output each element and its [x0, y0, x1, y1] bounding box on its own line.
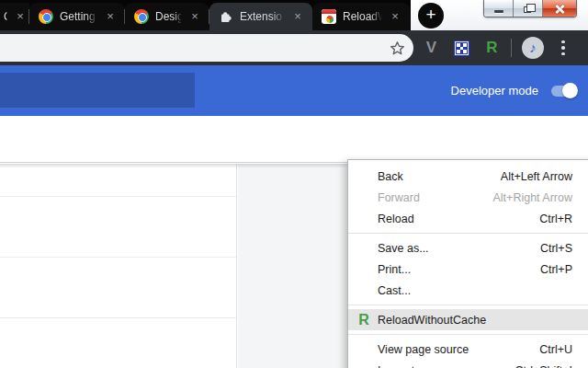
tab-label: Design [155, 10, 182, 23]
toolbar-divider [511, 39, 512, 57]
tab-label: Extensio [240, 10, 285, 23]
developer-mode-control: Developer mode [451, 65, 581, 116]
minimize-button[interactable] [484, 0, 514, 17]
chrome-web-store-icon [322, 9, 336, 24]
menu-item-inspect[interactable]: Inspect Ctrl+Shift+I [348, 360, 588, 368]
bookmark-star-icon[interactable] [390, 40, 405, 56]
menu-item-print[interactable]: Print... Ctrl+P [348, 259, 588, 280]
extension-list-panel [0, 164, 237, 368]
tab-partial[interactable]: C × [0, 3, 29, 30]
menu-item-label: ReloadWithoutCache [378, 314, 572, 327]
menu-separator [348, 334, 588, 335]
context-menu: Back Alt+Left Arrow Forward Alt+Right Ar… [347, 159, 588, 368]
tab-close-icon[interactable]: × [388, 9, 402, 24]
chrome-icon [39, 9, 53, 24]
menu-item-forward: Forward Alt+Right Arrow [348, 187, 588, 208]
toggle-knob [562, 83, 578, 98]
kebab-icon [561, 40, 565, 44]
content-sub-header [0, 116, 588, 163]
minimize-icon [494, 10, 503, 13]
extension-reloadwithoutcache-button[interactable]: R [477, 39, 507, 57]
tab-reloadwithoutcache[interactable]: ReloadW × [312, 3, 410, 30]
extension-pixel-button[interactable] [447, 41, 477, 55]
v-extension-icon: V [426, 39, 436, 57]
tab-label: C [4, 10, 7, 23]
menu-item-view-page-source[interactable]: View page source Ctrl+U [348, 339, 588, 360]
address-bar[interactable] [0, 34, 413, 62]
list-row[interactable] [0, 197, 236, 258]
menu-item-label: Forward [378, 191, 493, 204]
menu-item-back[interactable]: Back Alt+Left Arrow [348, 166, 588, 187]
menu-item-shortcut: Ctrl+R [539, 213, 572, 225]
browser-menu-button[interactable] [550, 40, 576, 56]
extension-icons-area: V R ♪ [416, 30, 588, 65]
extensions-page-header: Developer mode [0, 65, 588, 116]
browser-toolbar: V R ♪ [0, 30, 588, 65]
list-row[interactable] [0, 164, 236, 197]
close-button[interactable] [543, 0, 576, 17]
window-controls [483, 0, 577, 17]
menu-item-label: Cast... [378, 284, 572, 297]
menu-item-reloadwithoutcache[interactable]: R ReloadWithoutCache [348, 309, 588, 330]
menu-item-shortcut: Alt+Left Arrow [501, 170, 572, 183]
tab-close-icon[interactable]: × [13, 9, 28, 24]
close-icon [554, 4, 565, 15]
menu-item-label: Reload [378, 213, 539, 225]
restore-button[interactable] [514, 0, 543, 17]
tab-strip: C × Getting × Design × Extensio [0, 0, 411, 30]
menu-item-shortcut: Ctrl+U [539, 343, 572, 356]
tab-design[interactable]: Design × [125, 3, 209, 30]
menu-item-label: Back [378, 170, 501, 183]
menu-item-label: Print... [378, 263, 540, 276]
header-search-box[interactable] [0, 73, 195, 108]
tab-close-icon[interactable]: × [290, 9, 305, 24]
extension-v-button[interactable]: V [416, 39, 447, 57]
menu-item-label: View page source [378, 343, 539, 356]
menu-item-shortcut: Ctrl+Shift+I [514, 364, 572, 368]
tab-getting-started[interactable]: Getting × [29, 3, 125, 30]
reload-without-cache-extension-icon: R [356, 312, 372, 328]
tab-extensions[interactable]: Extensio × [209, 3, 312, 30]
menu-item-shortcut: Ctrl+S [540, 242, 572, 255]
tab-label: ReloadW [343, 10, 382, 23]
tab-label: Getting [60, 10, 97, 23]
reload-without-cache-extension-icon: R [486, 39, 497, 57]
tab-close-icon[interactable]: × [187, 9, 202, 24]
developer-mode-label: Developer mode [451, 84, 538, 98]
menu-item-cast[interactable]: Cast... [348, 280, 588, 301]
restore-icon [524, 6, 531, 13]
menu-separator [348, 233, 588, 234]
media-control-button[interactable]: ♪ [515, 37, 550, 59]
developer-mode-toggle[interactable] [551, 86, 575, 97]
menu-item-shortcut: Alt+Right Arrow [493, 191, 573, 204]
pixel-art-extension-icon [455, 41, 469, 55]
menu-item-label: Inspect [378, 364, 514, 368]
tab-close-icon[interactable]: × [103, 9, 118, 24]
music-note-icon: ♪ [522, 37, 544, 59]
menu-separator [348, 305, 588, 305]
new-tab-button[interactable]: + [418, 3, 444, 29]
puzzle-icon [219, 9, 233, 24]
titlebar: C × Getting × Design × Extensio [0, 0, 588, 30]
menu-item-label: Save as... [378, 242, 540, 255]
menu-item-save-as[interactable]: Save as... Ctrl+S [348, 237, 588, 259]
list-row[interactable] [0, 258, 236, 318]
chrome-icon [134, 9, 149, 24]
menu-item-shortcut: Ctrl+P [540, 263, 572, 276]
menu-item-reload[interactable]: Reload Ctrl+R [348, 208, 588, 229]
